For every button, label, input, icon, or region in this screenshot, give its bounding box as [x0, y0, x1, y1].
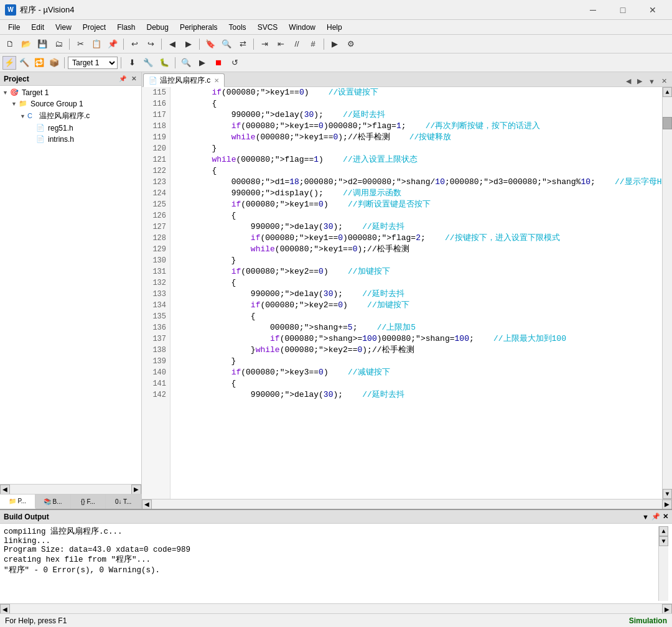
menu-item-peripherals[interactable]: Peripherals — [174, 21, 223, 34]
flash-download-button[interactable]: ⬇ — [124, 56, 139, 70]
project-close-button[interactable]: ✕ — [130, 75, 138, 82]
menu-item-svcs[interactable]: SVCS — [252, 21, 284, 34]
hscroll-right[interactable]: ▶ — [131, 485, 141, 495]
editor-tab-menu[interactable]: ▼ — [646, 77, 658, 86]
editor-tab-close[interactable]: ✕ — [214, 77, 219, 84]
title-bar: W 程序 - µVision4 ─ □ ✕ — [0, 0, 672, 20]
build-scroll-down[interactable]: ▼ — [659, 536, 668, 546]
find-button[interactable]: 🔍 — [219, 37, 234, 51]
project-pin-button[interactable]: 📌 — [118, 75, 128, 82]
rebuild-button[interactable]: 🔁 — [32, 56, 46, 70]
tab-file-icon: 📄 — [149, 77, 157, 85]
code-line-121: while(000080;">flag==1) //进入设置上限状态 — [173, 154, 660, 165]
batch-build-button[interactable]: 📦 — [47, 56, 61, 70]
minimize-button[interactable]: ─ — [579, 1, 607, 19]
hscroll-left[interactable]: ◀ — [0, 485, 10, 495]
build-pin-btn[interactable]: 📌 — [651, 513, 660, 521]
build-scroll-up[interactable]: ▲ — [659, 526, 668, 536]
code-line-117: 990000;">delay(30); //延时去抖 — [173, 109, 660, 121]
menu-item-file[interactable]: File — [2, 21, 26, 34]
indent-button[interactable]: ⇥ — [257, 37, 272, 51]
build-target-icon[interactable]: ⚡ — [2, 56, 16, 70]
project-tab-books[interactable]: 📚 B... — [35, 495, 71, 509]
menu-item-window[interactable]: Window — [283, 21, 321, 34]
editor-scroll-left[interactable]: ◀ — [623, 76, 633, 86]
cut-button[interactable]: ✂ — [73, 37, 88, 51]
project-hscroll[interactable]: ◀ ▶ — [0, 484, 141, 494]
navigate-forward-button[interactable]: ▶ — [181, 37, 196, 51]
navigate-back-button[interactable]: ◀ — [165, 37, 180, 51]
scroll-up[interactable]: ▲ — [663, 87, 672, 97]
build-header: Build Output ▼ 📌 ✕ — [0, 510, 672, 524]
scroll-thumb[interactable] — [663, 117, 672, 129]
build-hscroll-right[interactable]: ▶ — [662, 604, 672, 614]
tree-item-intrins[interactable]: 📄 intrins.h — [0, 134, 141, 145]
run-button[interactable]: ▶ — [327, 37, 342, 51]
save-button[interactable]: 💾 — [35, 37, 50, 51]
scroll-track[interactable] — [663, 97, 672, 489]
reset-button[interactable]: ↺ — [227, 56, 242, 70]
editor-scroll-right[interactable]: ▶ — [635, 76, 645, 86]
menu-item-help[interactable]: Help — [321, 21, 348, 34]
build-hscroll-left[interactable]: ◀ — [0, 604, 10, 614]
editor-scrollbar[interactable]: ▲ ▼ — [662, 87, 672, 499]
build-hscroll[interactable]: ◀ ▶ — [0, 603, 672, 613]
toolbar-separator-5 — [253, 39, 254, 50]
paste-button[interactable]: 📌 — [105, 37, 120, 51]
project-tab-functions[interactable]: {} F... — [71, 495, 106, 509]
undo-button[interactable]: ↩ — [127, 37, 142, 51]
tree-item-reg51[interactable]: 📄 reg51.h — [0, 123, 141, 134]
line-num-136: 136 — [142, 322, 170, 333]
bookmark-button[interactable]: 🔖 — [203, 37, 218, 51]
menu-item-view[interactable]: View — [50, 21, 77, 34]
build-scrollbar[interactable]: ▲ ▼ — [658, 526, 668, 601]
new-file-button[interactable]: 🗋 — [2, 37, 17, 51]
build-close-btn[interactable]: ✕ — [663, 513, 668, 521]
uncomment-button[interactable]: # — [306, 37, 320, 51]
toolbar-separator-6 — [324, 39, 324, 50]
build-collapse-btn[interactable]: ▼ — [642, 513, 649, 521]
code-line-139: } — [173, 356, 660, 367]
options-button[interactable]: 🔧 — [141, 56, 156, 70]
menu-item-project[interactable]: Project — [77, 21, 111, 34]
redo-button[interactable]: ↪ — [143, 37, 158, 51]
debug-button[interactable]: 🐛 — [157, 56, 172, 70]
code-line-134: if(000080;">key2==0) //加键按下 — [173, 300, 660, 311]
save-all-button[interactable]: 🗂 — [51, 37, 66, 51]
project-tab-projects[interactable]: 📁 P... — [0, 495, 35, 509]
editor-close-all[interactable]: ✕ — [659, 76, 670, 86]
code-content[interactable]: if(000080;">key1==0) //设置键按下 { 990000;">… — [170, 87, 662, 499]
build-button[interactable]: 🔨 — [17, 56, 31, 70]
project-tab-templates[interactable]: 0↓ T... — [106, 495, 141, 509]
tree-item-main-c[interactable]: ▼ C 温控风扇程序.c — [0, 109, 141, 123]
replace-button[interactable]: ⇄ — [235, 37, 250, 51]
menu-item-debug[interactable]: Debug — [141, 21, 174, 34]
line-num-127: 127 — [142, 221, 170, 233]
editor-hscroll-left[interactable]: ◀ — [142, 499, 152, 509]
open-file-button[interactable]: 📂 — [19, 37, 34, 51]
line-num-118: 118 — [142, 121, 170, 132]
comment-button[interactable]: // — [289, 37, 304, 51]
scroll-down[interactable]: ▼ — [663, 489, 672, 499]
editor-hscroll[interactable]: ◀ ▶ — [142, 499, 672, 509]
tree-item-target1[interactable]: ▼ 🎯 Target 1 — [0, 87, 141, 98]
menu-item-flash[interactable]: Flash — [111, 21, 141, 34]
code-line-116: { — [173, 98, 660, 109]
editor-tab-main[interactable]: 📄 温控风扇程序.c ✕ — [143, 73, 225, 87]
unindent-button[interactable]: ⇤ — [273, 37, 288, 51]
stop-button[interactable]: ⏹ — [211, 56, 226, 70]
target-select[interactable]: Target 1 — [68, 57, 118, 69]
line-num-130: 130 — [142, 255, 170, 266]
menu-item-edit[interactable]: Edit — [26, 21, 50, 34]
tree-item-sourcegroup1[interactable]: ▼ 📁 Source Group 1 — [0, 98, 141, 109]
close-button[interactable]: ✕ — [638, 1, 667, 19]
line-num-139: 139 — [142, 356, 170, 367]
menu-item-tools[interactable]: Tools — [223, 21, 252, 34]
search-btn2[interactable]: 🔍 — [179, 56, 194, 70]
maximize-button[interactable]: □ — [609, 1, 637, 19]
copy-button[interactable]: 📋 — [89, 37, 104, 51]
run2-button[interactable]: ▶ — [195, 56, 210, 70]
line-numbers: 1151161171181191201211221231241251261271… — [142, 87, 170, 499]
editor-hscroll-right[interactable]: ▶ — [662, 499, 672, 509]
settings-button[interactable]: ⚙ — [343, 37, 358, 51]
